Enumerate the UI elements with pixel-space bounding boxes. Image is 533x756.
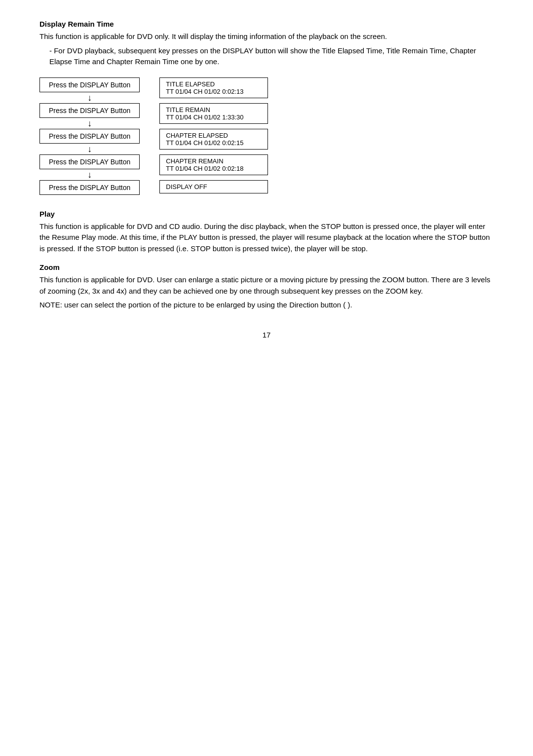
display-button-4: Press the DISPLAY Button <box>39 154 140 169</box>
zoom-para2: NOTE: user can select the portion of the… <box>39 300 494 311</box>
display-remain-time-bullet: - For DVD playback, subsequent key press… <box>49 45 494 68</box>
button-column: Press the DISPLAY Button ↓ Press the DIS… <box>39 77 140 195</box>
info-box-column: TITLE ELAPSED TT 01/04 CH 01/02 0:02:13 … <box>159 77 268 193</box>
zoom-title: Zoom <box>39 263 494 271</box>
play-section: Play This function is applicable for DVD… <box>39 210 494 255</box>
info-box-4-line2: TT 01/04 CH 01/02 0:02:18 <box>166 165 262 172</box>
arrow-3: ↓ <box>87 145 92 153</box>
play-para: This function is applicable for DVD and … <box>39 221 494 255</box>
info-box-1-line2: TT 01/04 CH 01/02 0:02:13 <box>166 88 262 95</box>
display-remain-time-title: Display Remain Time <box>39 20 494 28</box>
display-button-2: Press the DISPLAY Button <box>39 103 140 118</box>
display-button-5: Press the DISPLAY Button <box>39 180 140 195</box>
display-remain-time-para1: This function is applicable for DVD only… <box>39 31 494 42</box>
diagram-section: Press the DISPLAY Button ↓ Press the DIS… <box>39 77 494 195</box>
info-box-3-line2: TT 01/04 CH 01/02 0:02:15 <box>166 139 262 147</box>
info-box-4-line1: CHAPTER REMAIN <box>166 157 262 165</box>
page-number: 17 <box>39 331 494 339</box>
info-box-1: TITLE ELAPSED TT 01/04 CH 01/02 0:02:13 <box>159 77 268 98</box>
info-box-2-line1: TITLE REMAIN <box>166 106 262 113</box>
zoom-para1: This function is applicable for DVD. Use… <box>39 274 494 297</box>
info-box-5-line1: DISPLAY OFF <box>166 183 262 190</box>
zoom-section: Zoom This function is applicable for DVD… <box>39 263 494 311</box>
display-button-1: Press the DISPLAY Button <box>39 77 140 92</box>
arrow-4: ↓ <box>87 170 92 179</box>
info-box-3: CHAPTER ELAPSED TT 01/04 CH 01/02 0:02:1… <box>159 129 268 150</box>
play-title: Play <box>39 210 494 218</box>
info-box-3-line1: CHAPTER ELAPSED <box>166 132 262 139</box>
info-box-5: DISPLAY OFF <box>159 180 268 193</box>
display-button-3: Press the DISPLAY Button <box>39 129 140 144</box>
info-box-4: CHAPTER REMAIN TT 01/04 CH 01/02 0:02:18 <box>159 154 268 175</box>
arrow-2: ↓ <box>87 119 92 128</box>
info-box-2: TITLE REMAIN TT 01/04 CH 01/02 1:33:30 <box>159 103 268 124</box>
info-box-2-line2: TT 01/04 CH 01/02 1:33:30 <box>166 113 262 121</box>
display-remain-time-section: Display Remain Time This function is app… <box>39 20 494 195</box>
arrow-1: ↓ <box>87 93 92 102</box>
info-box-1-line1: TITLE ELAPSED <box>166 80 262 88</box>
